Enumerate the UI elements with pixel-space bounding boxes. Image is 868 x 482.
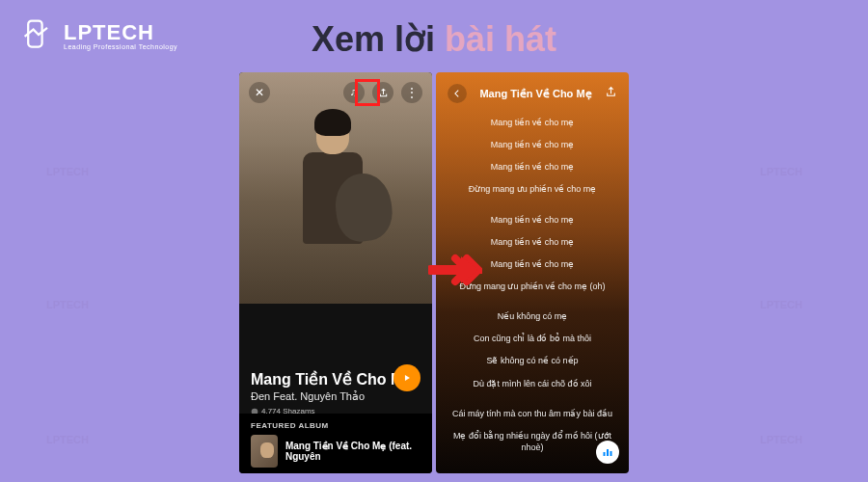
page-heading: Xem lời bài hát	[312, 19, 556, 60]
svg-rect-4	[607, 449, 609, 456]
lyric-line: Mang tiền về cho mẹ	[446, 161, 619, 173]
heading-part1: Xem lời	[312, 19, 435, 59]
logo-icon	[21, 17, 56, 52]
screens-container: ✕ ♫ ⋮ Mang Tiền Về Cho Mẹ Đen Feat. Nguy	[239, 72, 629, 473]
watermark: LPTECH	[46, 434, 89, 445]
share-button[interactable]	[605, 86, 617, 101]
featured-album-label: FEATURED ALBUM	[251, 421, 420, 430]
lyrics-screen-title: Mang Tiền Về Cho Mẹ	[479, 88, 591, 100]
equalizer-button[interactable]	[596, 441, 619, 464]
lyric-line: Dù đặt mình lên cái chõ đồ xôi	[446, 378, 619, 389]
watermark: LPTECH	[760, 166, 802, 177]
share-icon	[605, 86, 617, 98]
play-icon	[402, 373, 412, 383]
lyric-line: Con cũng chỉ là đồ bỏ mà thôi	[446, 333, 619, 344]
lyric-line: Mang tiền về cho mẹ	[446, 236, 619, 248]
lyric-line: Cái máy tính mà con thu âm mấy bài đầu	[446, 408, 619, 419]
lyric-line: Sẽ không có nề có nếp	[446, 355, 619, 366]
album-row[interactable]: Mang Tiền Về Cho Mẹ (feat. Nguyên	[251, 435, 420, 468]
tutorial-highlight-box	[355, 79, 380, 106]
back-button[interactable]	[448, 84, 467, 103]
watermark: LPTECH	[46, 299, 89, 310]
heading-part2: bài hát	[445, 19, 556, 59]
lyric-line: Mang tiền về cho mẹ	[446, 214, 619, 226]
watermark: LPTECH	[46, 166, 89, 177]
play-button[interactable]	[393, 364, 420, 391]
lyric-line: Mang tiền về cho mẹ	[446, 139, 619, 150]
phone-left-song-detail: ✕ ♫ ⋮ Mang Tiền Về Cho Mẹ Đen Feat. Nguy	[239, 72, 432, 473]
logo-tagline: Leading Professional Technology	[64, 43, 177, 50]
album-cover-area: ✕ ♫ ⋮	[239, 72, 432, 304]
lyric-line: Mang tiền về cho mẹ	[446, 117, 619, 128]
svg-rect-5	[610, 451, 612, 456]
more-icon[interactable]: ⋮	[401, 82, 422, 103]
brand-logo: LPTECH Leading Professional Technology	[21, 17, 177, 52]
song-artist[interactable]: Đen Feat. Nguyên Thảo	[251, 390, 420, 403]
album-thumb	[251, 435, 278, 468]
watermark: LPTECH	[760, 434, 802, 445]
album-title: Mang Tiền Về Cho Mẹ (feat. Nguyên	[285, 441, 420, 462]
svg-rect-3	[604, 452, 606, 456]
arrow-right-icon	[428, 251, 482, 299]
equalizer-icon	[602, 446, 613, 458]
featured-album-section: FEATURED ALBUM Mang Tiền Về Cho Mẹ (feat…	[239, 414, 432, 473]
chevron-left-icon	[452, 89, 462, 98]
lyric-line: Mẹ đổi bằng nhiều ngày đổ mồ hôi (ướt nh…	[446, 430, 619, 453]
logo-text: LPTECH	[64, 20, 177, 45]
cover-art-person	[287, 106, 365, 251]
lyric-line: Nếu không có mẹ	[446, 310, 619, 322]
top-icon-row: ✕ ♫ ⋮	[249, 82, 422, 103]
close-icon[interactable]: ✕	[249, 82, 270, 103]
watermark: LPTECH	[760, 299, 802, 310]
lyrics-header: Mang Tiền Về Cho Mẹ	[436, 72, 629, 111]
lyric-line: Đừng mang ưu phiền về cho mẹ	[446, 183, 619, 195]
